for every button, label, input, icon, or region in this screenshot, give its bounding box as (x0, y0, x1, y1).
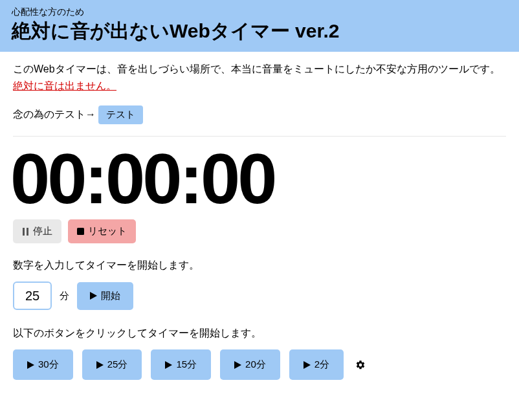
preset-label: 15分 (176, 359, 197, 371)
test-label: 念の為のテスト→ (13, 108, 96, 122)
pause-button[interactable]: 停止 (13, 219, 61, 243)
svg-rect-1 (27, 228, 28, 236)
play-icon (27, 361, 34, 369)
play-icon (304, 361, 311, 369)
gear-icon[interactable] (353, 357, 368, 373)
play-icon (165, 361, 172, 369)
svg-marker-3 (90, 292, 97, 300)
svg-marker-7 (234, 361, 241, 369)
stop-icon (77, 228, 84, 235)
play-icon (96, 361, 104, 369)
minute-unit: 分 (60, 290, 69, 302)
page-title: 絶対に音が出ないWebタイマー ver.2 (12, 19, 507, 43)
preset-label: 20分 (245, 359, 266, 371)
svg-rect-0 (23, 228, 25, 236)
svg-rect-2 (77, 228, 84, 235)
reset-button[interactable]: リセット (68, 219, 136, 243)
start-label: 開始 (101, 290, 120, 302)
play-icon (90, 292, 97, 300)
divider (13, 136, 506, 137)
preset-button-2[interactable]: 2分 (289, 349, 344, 380)
svg-marker-6 (165, 361, 172, 369)
pause-label: 停止 (33, 225, 52, 238)
pause-icon (22, 228, 29, 236)
minute-input[interactable] (13, 282, 52, 310)
svg-marker-8 (304, 361, 311, 369)
app-header: 心配性な方のため 絶対に音が出ないWebタイマー ver.2 (0, 0, 519, 52)
test-button[interactable]: テスト (98, 105, 143, 124)
preset-button-20[interactable]: 20分 (220, 349, 280, 380)
svg-marker-5 (96, 361, 104, 369)
input-section-label: 数字を入力してタイマーを開始します。 (13, 259, 506, 272)
preset-button-30[interactable]: 30分 (13, 349, 73, 380)
assurance-link[interactable]: 絶対に音は出ません。 (13, 80, 116, 91)
tagline: 心配性な方のため (12, 6, 507, 18)
start-button[interactable]: 開始 (77, 282, 133, 310)
timer-display: 00:00:00 (10, 143, 506, 214)
play-icon (234, 361, 241, 369)
preset-button-25[interactable]: 25分 (82, 349, 142, 380)
preset-button-15[interactable]: 15分 (151, 349, 211, 380)
preset-label: 2分 (315, 359, 329, 371)
intro-text: このWebタイマーは、音を出しづらい場所で、本当に音量をミュートにしたか不安な方… (13, 61, 506, 94)
preset-label: 25分 (107, 359, 128, 371)
svg-marker-4 (27, 361, 34, 369)
preset-section-label: 以下のボタンをクリックしてタイマーを開始します。 (13, 327, 506, 340)
preset-label: 30分 (38, 359, 59, 371)
intro-line1: このWebタイマーは、音を出しづらい場所で、本当に音量をミュートにしたか不安な方… (13, 63, 500, 74)
reset-label: リセット (88, 225, 127, 238)
